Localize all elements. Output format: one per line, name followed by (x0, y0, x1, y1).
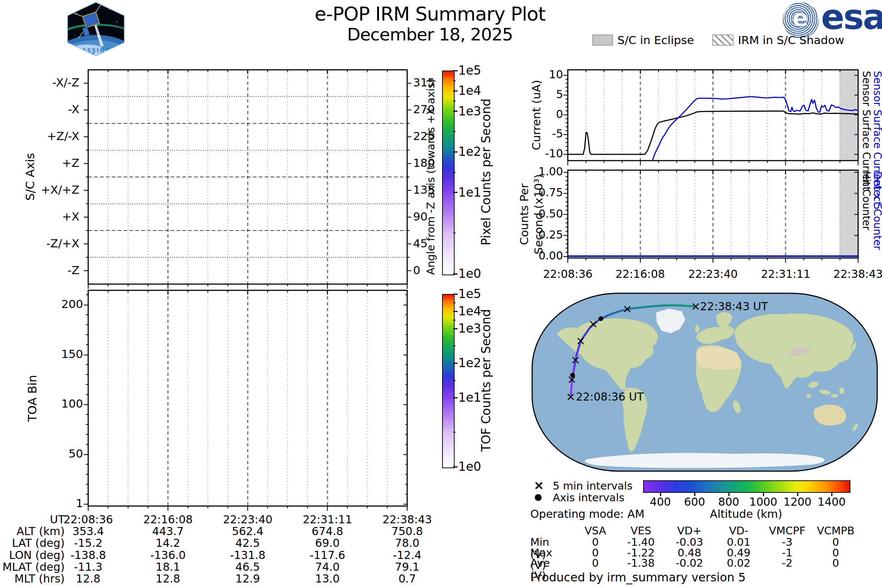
counts-right-labels: Detect Counter Hit Counter (861, 171, 882, 250)
ephemeris-cell: -131.8 (207, 549, 288, 561)
voltage-cell: 0.02 (713, 557, 764, 569)
pixel-colorbar-label: Pixel Counts per Second (479, 99, 493, 245)
pixel-colorbar (442, 70, 454, 275)
toa-plot-canvas (88, 290, 407, 506)
voltage-cell: 0 (810, 557, 861, 569)
ephemeris-cell: 353.4 (48, 525, 129, 538)
detect-counter-label: Detect Counter (872, 171, 882, 250)
operating-mode: Operating mode: AM (530, 507, 645, 520)
colorbar-tick-mark (453, 363, 458, 364)
map-end-time-label: 22:38:43 UT (700, 300, 768, 313)
cassiope-logo-canvas: CASSIOPE (65, 3, 126, 56)
ephemeris-cell: -138.8 (48, 549, 129, 561)
current-ticklabel: 0 (526, 108, 563, 120)
ephemeris-cell: 18.1 (128, 560, 208, 573)
counts-ticklabel: 0.00 (526, 249, 563, 262)
altitude-ticklabel: 600 (678, 495, 711, 508)
ephemeris-cell: 69.0 (287, 537, 368, 549)
time-ticklabel: 22:31:11 (745, 267, 826, 280)
counts-plot-frame (568, 170, 858, 258)
voltage-cell: -2 (762, 557, 813, 569)
sc-axis-category-label: -X (0, 102, 80, 116)
ephemeris-cell: 0.7 (367, 572, 448, 585)
colorbar-minor-tick (453, 172, 456, 173)
sc-axis-category-label: +X (0, 210, 80, 223)
five-min-marker-icon: × (534, 478, 544, 492)
ephemeris-cell: 22:23:40 (207, 513, 288, 526)
colorbar-minor-tick (453, 432, 456, 432)
ephemeris-cell: 674.8 (287, 525, 368, 538)
colorbar-ticklabel: 1e2 (458, 144, 481, 159)
shadow-swatch-icon (712, 34, 734, 46)
colorbar-minor-tick (453, 81, 456, 81)
ephemeris-cell: -15.2 (48, 537, 129, 549)
esa-logo-e-icon: e (792, 4, 808, 32)
colorbar-minor-tick (453, 303, 456, 303)
voltage-column-header: VES (615, 524, 667, 537)
sc-axis-category-label: -Z (0, 264, 80, 277)
voltage-column-header: VSA (570, 524, 621, 537)
hit-counter-label: Hit Counter (861, 171, 872, 250)
voltage-cell: 0 (570, 557, 621, 569)
sc-axis-category-labels: -X/-Z-X+Z/-X+Z+X/+Z+X-Z/+X-Z (0, 70, 84, 284)
colorbar-tick-mark (453, 294, 458, 295)
ephemeris-cell: -11.3 (48, 560, 129, 573)
voltage-column-header: VD- (713, 524, 764, 537)
esa-logo-wordmark: esa (821, 0, 882, 37)
ephemeris-cell: 750.8 (367, 525, 448, 538)
colorbar-tick-mark (453, 273, 458, 274)
altitude-ticklabel: 1000 (747, 495, 780, 508)
voltage-cell: -0.02 (664, 557, 715, 569)
ephemeris-cell: 12.9 (207, 572, 288, 585)
colorbar-tick-mark (453, 111, 458, 112)
page-title: e-POP IRM Summary Plot (235, 3, 625, 25)
colorbar-tick-mark (453, 192, 458, 193)
counts-ticklabel: 0.50 (526, 207, 563, 220)
ephemeris-cell: -136.0 (128, 549, 208, 561)
toa-ticklabel: 200 (0, 297, 83, 310)
footer-version: Produced by irm_summary version 5 (530, 570, 746, 584)
ephemeris-cell: 46.5 (207, 560, 288, 573)
colorbar-ticklabel: 1e5 (458, 63, 481, 78)
toa-plot-frame (88, 290, 407, 506)
ephemeris-cell: 22:16:08 (128, 513, 208, 526)
ephemeris-cell: 78.0 (367, 537, 448, 549)
ephemeris-cell: 74.0 (287, 560, 368, 573)
altitude-ticklabel: 1200 (781, 495, 814, 508)
eclipse-swatch-icon (592, 34, 613, 46)
colorbar-ticklabel: 1e0 (458, 459, 481, 474)
ground-track-map: 22:38:43 UT22:08:36 UT (531, 292, 878, 472)
ephemeris-cell: 22:31:11 (287, 513, 368, 526)
colorbar-ticklabel: 1e1 (458, 390, 481, 405)
altitude-colorbar-label: Altitude (km) (691, 507, 801, 520)
colorbar-minor-tick (453, 101, 456, 101)
map-start-time-label: 22:08:36 UT (576, 390, 644, 403)
current-plot-frame (568, 70, 858, 160)
voltage-column-header: VCMPB (810, 524, 861, 537)
current-ticklabel: -5 (526, 127, 563, 140)
colorbar-tick-mark (453, 152, 458, 153)
ephemeris-cell: 22:38:43 (367, 513, 448, 526)
ephemeris-cell: 443.7 (128, 525, 208, 538)
time-ticklabel: 22:23:40 (672, 267, 753, 280)
ephemeris-cell: 13.0 (287, 572, 368, 585)
cassiope-logo: CASSIOPE (64, 2, 128, 57)
colorbar-ticklabel: 1e1 (458, 185, 481, 200)
colorbar-minor-tick (453, 232, 456, 233)
ephemeris-cell: -117.6 (287, 549, 368, 561)
colorbar-minor-tick (453, 320, 456, 321)
toa-ticklabel: 50 (0, 447, 83, 460)
ephemeris-cell: 79.1 (367, 560, 448, 573)
ephemeris-cell: 12.8 (128, 572, 208, 585)
toa-ticklabel: 1 (0, 496, 83, 510)
sc-axis-category-label: +X/+Z (0, 183, 80, 196)
sc-axis-angle-ticklabel: 0 (413, 264, 420, 277)
current-ticklabel: 5 (526, 88, 563, 101)
colorbar-tick-mark (453, 397, 458, 398)
shadow-legend-label: IRM in S/C Shadow (738, 33, 844, 46)
five-min-marker-label: 5 min intervals (553, 480, 633, 492)
cassiope-logo-art: CASSIOPE (65, 3, 126, 56)
current-plot-canvas (568, 70, 858, 160)
axis-marker-label: Axis intervals (553, 491, 624, 504)
altitude-ticklabel: 400 (644, 495, 677, 508)
